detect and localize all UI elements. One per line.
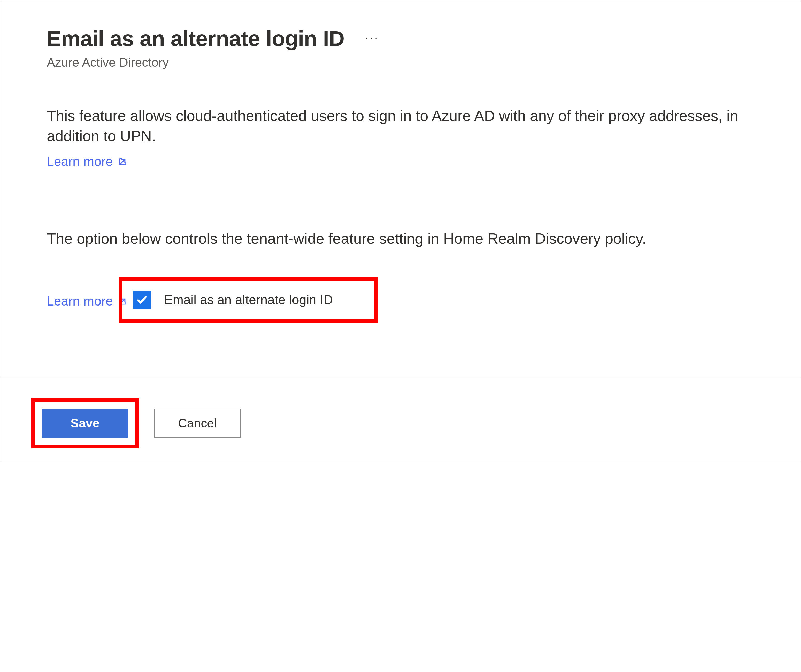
- checkbox-box: [133, 290, 151, 309]
- content-area: Email as an alternate login ID ··· Azure…: [0, 0, 801, 322]
- page-title: Email as an alternate login ID: [47, 25, 344, 52]
- cancel-button[interactable]: Cancel: [154, 409, 240, 438]
- learn-more-link-1[interactable]: Learn more: [47, 154, 128, 169]
- save-button-highlight: Save: [31, 398, 139, 448]
- feature-description-2: The option below controls the tenant-wid…: [47, 229, 754, 249]
- checkbox-highlight: Email as an alternate login ID: [119, 277, 378, 322]
- save-button[interactable]: Save: [42, 409, 128, 438]
- checkmark-icon: [136, 294, 148, 306]
- learn-more-label: Learn more: [47, 154, 113, 169]
- feature-description-1: This feature allows cloud-authenticated …: [47, 106, 754, 146]
- header-row: Email as an alternate login ID ···: [47, 25, 754, 52]
- more-actions-icon[interactable]: ···: [365, 31, 379, 46]
- settings-panel: Email as an alternate login ID ··· Azure…: [0, 0, 801, 462]
- learn-more-label: Learn more: [47, 293, 113, 309]
- checkbox-label: Email as an alternate login ID: [164, 292, 333, 307]
- external-link-icon: [117, 156, 128, 167]
- email-alternate-login-checkbox[interactable]: Email as an alternate login ID: [133, 290, 333, 309]
- page-subtitle: Azure Active Directory: [47, 55, 754, 69]
- footer-actions: Save Cancel: [0, 377, 801, 459]
- learn-more-link-2[interactable]: Learn more: [47, 293, 128, 309]
